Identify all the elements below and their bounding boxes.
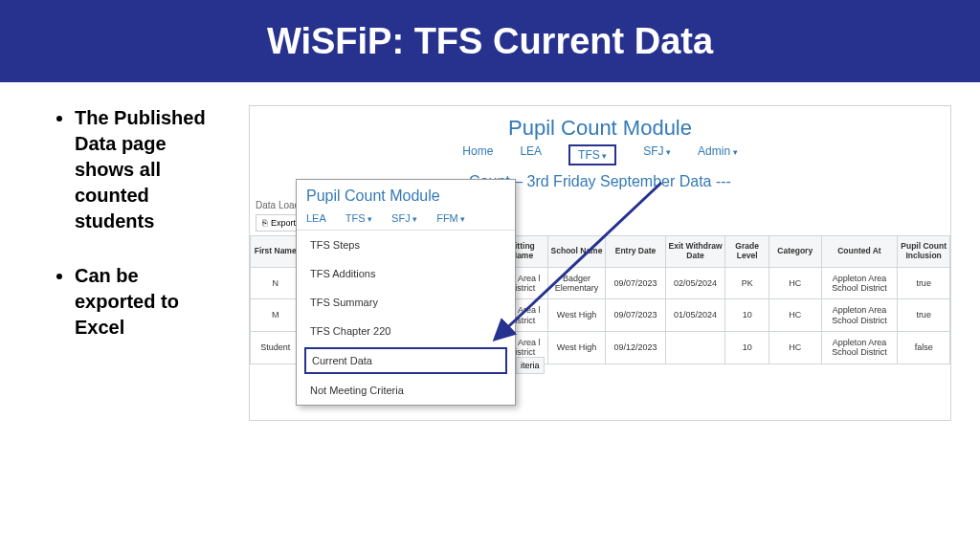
cell: West High [547, 331, 605, 364]
cell: 10 [725, 299, 769, 332]
bullet-item: The Published Data page shows all counte… [75, 105, 220, 234]
col-category[interactable]: Category [768, 236, 821, 268]
cell: Appleton Area School District [821, 267, 898, 299]
cell: 10 [725, 331, 769, 364]
col-counted-at[interactable]: Counted At [821, 236, 898, 268]
col-withdraw-date[interactable]: Exit Withdraw Date [665, 236, 725, 268]
cell: N [251, 267, 301, 299]
cell: false [898, 331, 950, 364]
overlay-title: Pupil Count Module [297, 180, 515, 207]
bullet-list: The Published Data page shows all counte… [57, 105, 220, 421]
nav-lea[interactable]: LEA [520, 144, 542, 165]
cell: HC [768, 299, 821, 332]
cell: 09/07/2023 [606, 267, 666, 299]
cell: Student [251, 331, 301, 364]
ov-nav-tfs[interactable]: TFS [345, 212, 372, 224]
nav-tfs[interactable]: TFS [568, 144, 616, 165]
cell: M [251, 299, 301, 332]
menu-item[interactable]: Current Data [304, 347, 507, 374]
nav-home[interactable]: Home [462, 144, 493, 165]
module-title: Pupil Count Module [250, 106, 950, 144]
menu-item[interactable]: TFS Chapter 220 [297, 317, 515, 345]
cell: Appleton Area School District [821, 331, 898, 364]
export-label: Export [271, 218, 296, 228]
col-inclusion[interactable]: Pupil Count Inclusion [898, 236, 950, 268]
bullet-item: Can be exported to Excel [75, 263, 220, 341]
cell: HC [768, 331, 821, 364]
cell: 09/07/2023 [606, 299, 666, 332]
menu-item[interactable]: TFS Additions [297, 259, 515, 288]
overlay-nav: LEA TFS SFJ FFM [297, 207, 515, 231]
cell: 09/12/2023 [606, 331, 666, 364]
menu-item[interactable]: TFS Steps [297, 231, 515, 259]
nav-admin[interactable]: Admin [698, 144, 738, 165]
ov-nav-sfj[interactable]: SFJ [391, 212, 417, 224]
menu-item[interactable]: TFS Summary [297, 288, 515, 317]
cell: HC [768, 267, 821, 299]
cell: West High [547, 299, 605, 332]
top-nav: Home LEA TFS SFJ Admin [250, 144, 950, 173]
screenshot-panel: Pupil Count Module Home LEA TFS SFJ Admi… [249, 105, 951, 421]
cell: 01/05/2024 [665, 299, 725, 332]
dropdown-overlay: Pupil Count Module LEA TFS SFJ FFM TFS S… [296, 179, 516, 406]
export-icon: ⎘ [262, 218, 267, 228]
cell: 02/05/2024 [665, 267, 725, 299]
slide-title: WiSFiP: TFS Current Data [267, 21, 713, 62]
col-entry-date[interactable]: Entry Date [606, 236, 666, 268]
ov-nav-lea[interactable]: LEA [306, 212, 326, 224]
col-school-name[interactable]: School Name [547, 236, 605, 268]
slide-banner: WiSFiP: TFS Current Data [0, 0, 980, 82]
cell: Badger Elementary [547, 267, 605, 299]
criteria-stub: iteria [516, 357, 545, 374]
dropdown-menu: TFS StepsTFS AdditionsTFS SummaryTFS Cha… [297, 231, 515, 405]
col-grade-level[interactable]: Grade Level [725, 236, 769, 268]
cell: Appleton Area School District [821, 299, 898, 332]
cell: PK [725, 267, 769, 299]
slide-content: The Published Data page shows all counte… [0, 82, 980, 421]
nav-sfj[interactable]: SFJ [643, 144, 671, 165]
cell: true [898, 299, 950, 332]
menu-item[interactable]: Not Meeting Criteria [297, 376, 515, 405]
cell: true [898, 267, 950, 299]
cell [665, 331, 725, 364]
ov-nav-ffm[interactable]: FFM [436, 212, 465, 224]
col-first-name[interactable]: First Name [251, 236, 301, 268]
